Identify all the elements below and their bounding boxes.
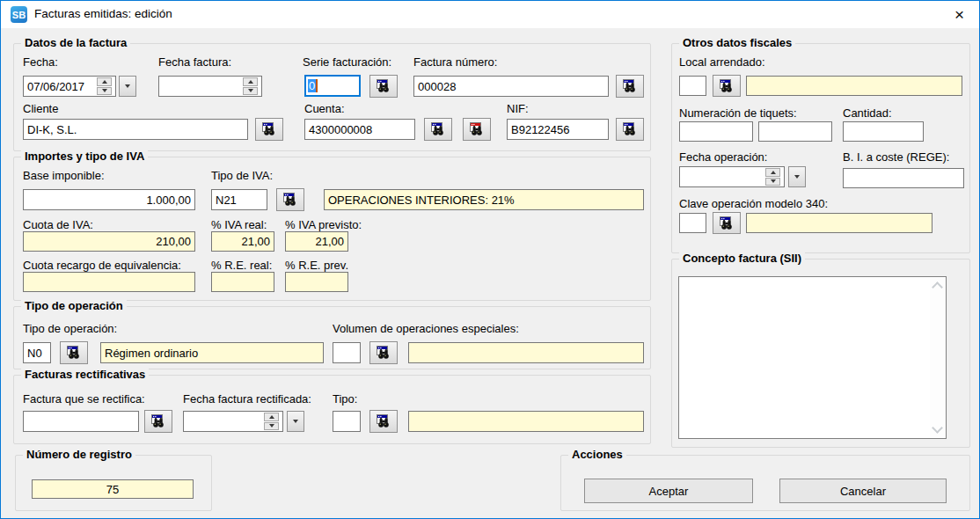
tiquets-field-2[interactable]	[758, 121, 832, 142]
clave-340-code-field[interactable]	[679, 213, 706, 233]
factura-rectifica-lookup-button[interactable]	[144, 410, 172, 433]
tipo-rectificativa-code-field[interactable]	[333, 411, 361, 432]
chevron-down-icon	[794, 175, 800, 179]
cuenta-lookup-alt-button[interactable]	[463, 118, 491, 141]
group-acciones-title: Acciones	[568, 448, 626, 461]
serie-facturacion-label: Serie facturación:	[303, 55, 391, 69]
base-imponible-field[interactable]: 1.000,00	[23, 189, 195, 210]
bi-coste-field[interactable]	[843, 168, 964, 188]
scroll-up-icon[interactable]	[932, 281, 943, 293]
concepto-textarea[interactable]	[678, 276, 947, 439]
local-arrendado-code-field[interactable]	[679, 76, 706, 96]
clave-340-lookup-button[interactable]	[713, 212, 741, 234]
chevron-down-icon	[293, 420, 298, 423]
fecha-operacion-field[interactable]	[679, 166, 785, 187]
spinner-up-icon[interactable]	[97, 77, 112, 86]
cuota-recargo-label: Cuota recargo de equivalencia:	[23, 259, 181, 272]
volumen-lookup-button[interactable]	[369, 341, 398, 364]
nif-lookup-button[interactable]	[616, 118, 644, 141]
group-otros-title: Otros datos fiscales	[679, 36, 795, 49]
binoculars-red-icon	[470, 122, 484, 136]
fecha-rectificada-spinner[interactable]	[264, 413, 279, 430]
tiquets-field-1[interactable]	[679, 121, 753, 142]
cuota-recargo-field	[23, 272, 195, 292]
fecha-operacion-label: Fecha operación:	[679, 150, 767, 164]
binoculars-icon	[623, 79, 637, 93]
cliente-lookup-button[interactable]	[255, 118, 283, 141]
spinner-down-icon[interactable]	[97, 87, 112, 96]
cuenta-field[interactable]: 4300000008	[304, 119, 415, 140]
fecha-calendar-dropdown[interactable]	[119, 76, 136, 97]
tipo-rectificativa-desc-field	[408, 411, 644, 432]
fecha-label: Fecha:	[23, 55, 58, 69]
spinner-up-icon[interactable]	[264, 413, 279, 421]
volumen-code-field[interactable]	[333, 342, 361, 363]
tipo-operacion-lookup-button[interactable]	[60, 341, 88, 364]
group-rectificativas-title: Facturas rectificativas	[21, 368, 149, 381]
binoculars-icon	[283, 193, 297, 207]
spinner-down-icon[interactable]	[765, 178, 780, 186]
fecha-factura-spinner[interactable]	[243, 77, 258, 95]
group-datos-factura: Datos de la factura Fecha: 07/06/2017 Fe…	[13, 43, 651, 151]
fecha-operacion-calendar-dropdown[interactable]	[788, 166, 806, 187]
group-operacion-title: Tipo de operación	[21, 299, 127, 312]
factura-numero-field[interactable]: 000028	[413, 76, 609, 97]
vertical-scrollbar[interactable]	[930, 278, 945, 437]
spinner-down-icon[interactable]	[243, 87, 258, 96]
binoculars-icon	[151, 414, 165, 428]
tipo-iva-lookup-button[interactable]	[276, 188, 304, 211]
group-tipo-operacion: Tipo de operación Tipo de operación: N0 …	[13, 306, 651, 369]
tipo-rectificativa-lookup-button[interactable]	[369, 410, 398, 433]
iva-real-field: 21,00	[211, 231, 274, 252]
binoculars-icon	[377, 346, 391, 360]
aceptar-button[interactable]: Aceptar	[584, 479, 753, 503]
group-importes-title: Importes y tipo de IVA	[21, 150, 148, 163]
clave-340-desc-field	[746, 213, 932, 233]
factura-numero-lookup-button[interactable]	[616, 75, 644, 98]
binoculars-icon	[623, 122, 637, 136]
cantidad-field[interactable]	[843, 121, 924, 142]
factura-rectifica-field[interactable]	[23, 411, 139, 432]
spinner-up-icon[interactable]	[765, 168, 780, 177]
spinner-up-icon[interactable]	[243, 77, 258, 86]
close-icon: ×	[954, 5, 964, 25]
group-datos-title: Datos de la factura	[21, 36, 130, 49]
cancelar-button[interactable]: Cancelar	[779, 479, 947, 503]
local-arrendado-label: Local arrendado:	[679, 55, 765, 69]
group-acciones: Acciones Aceptar Cancelar	[560, 455, 970, 511]
spinner-down-icon[interactable]	[264, 422, 279, 431]
factura-rectifica-label: Factura que se rectifica:	[23, 392, 145, 406]
re-prev-label: % R.E. prev.	[285, 259, 348, 272]
tipo-iva-code-field[interactable]: N21	[211, 189, 267, 210]
cantidad-label: Cantidad:	[843, 106, 892, 120]
fecha-operacion-spinner[interactable]	[765, 168, 780, 186]
cuenta-label: Cuenta:	[304, 102, 345, 115]
base-imponible-label: Base imponible:	[23, 169, 105, 182]
binoculars-icon	[720, 79, 734, 93]
fecha-field[interactable]: 07/06/2017	[23, 76, 116, 97]
group-concepto-title: Concepto factura (SII)	[679, 252, 805, 265]
local-arrendado-desc-field	[746, 76, 962, 96]
cuenta-lookup-button[interactable]	[424, 118, 452, 141]
nif-label: NIF:	[507, 102, 529, 115]
volumen-operaciones-label: Volumen de operaciones especiales:	[333, 322, 519, 335]
fecha-rectificada-field[interactable]	[183, 411, 283, 432]
re-real-label: % R.E. real:	[211, 259, 272, 272]
fecha-rectificada-calendar-dropdown[interactable]	[287, 411, 304, 432]
group-importes-iva: Importes y tipo de IVA Base imponible: 1…	[13, 157, 651, 301]
scroll-down-icon[interactable]	[932, 422, 943, 434]
fecha-factura-field[interactable]	[158, 76, 262, 97]
nif-field[interactable]: B92122456	[507, 119, 609, 140]
group-numero-registro: Número de registro 75	[15, 455, 212, 511]
title-bar: SB Facturas emitidas: edición ×	[1, 1, 979, 28]
local-arrendado-lookup-button[interactable]	[713, 75, 741, 97]
fecha-factura-label: Fecha factura:	[158, 55, 231, 69]
binoculars-icon	[377, 414, 391, 428]
serie-lookup-button[interactable]	[369, 75, 398, 98]
window-title: Facturas emitidas: edición	[34, 7, 172, 20]
cliente-field[interactable]: DI-K, S.L.	[23, 119, 248, 140]
close-button[interactable]: ×	[940, 1, 979, 28]
serie-facturacion-field[interactable]: 0	[304, 75, 361, 97]
fecha-spinner[interactable]	[97, 77, 112, 95]
tipo-operacion-code-field[interactable]: N0	[23, 342, 51, 363]
